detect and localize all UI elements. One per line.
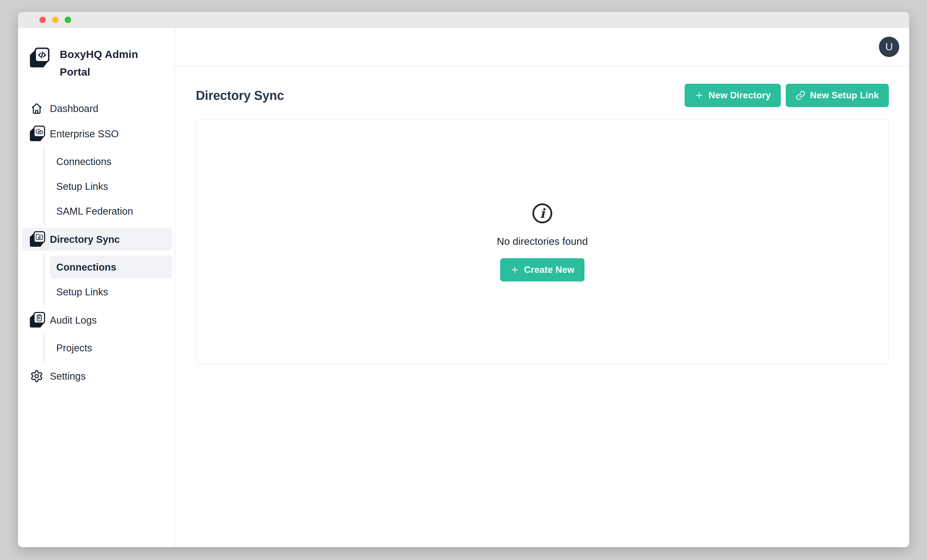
create-new-button[interactable]: Create New — [500, 258, 585, 281]
boxyhq-logo-icon — [27, 47, 50, 68]
main-area: U Directory Sync New Directory — [175, 28, 909, 547]
sidebar-subitem-sso-setup-links[interactable]: Setup Links — [50, 175, 172, 198]
new-setup-link-label: New Setup Link — [810, 90, 879, 100]
enterprise-sso-keycap-icon — [28, 125, 46, 142]
empty-state-message: No directories found — [497, 236, 588, 247]
directory-sync-keycap-icon — [28, 231, 46, 248]
enterprise-sso-subgroup: Connections Setup Links SAML Federation — [43, 148, 172, 225]
sidebar: BoxyHQ Admin Portal Dashboard — [18, 28, 175, 547]
sidebar-item-directory-sync[interactable]: Directory Sync — [22, 228, 172, 251]
page-actions: New Directory New Setup Link — [685, 84, 889, 107]
directory-sync-subgroup: Connections Setup Links — [43, 253, 172, 306]
sidebar-item-label: Dashboard — [50, 103, 99, 114]
directories-empty-card: i No directories found Create New — [196, 119, 889, 364]
sidebar-subitem-dsync-connections[interactable]: Connections — [50, 256, 172, 279]
gear-icon — [28, 369, 46, 383]
sidebar-subitem-label: Setup Links — [56, 181, 108, 192]
sidebar-item-settings[interactable]: Settings — [22, 365, 172, 387]
home-icon — [28, 102, 46, 115]
new-directory-label: New Directory — [708, 90, 770, 100]
new-setup-link-button[interactable]: New Setup Link — [786, 84, 889, 107]
sidebar-subitem-saml-federation[interactable]: SAML Federation — [50, 200, 172, 223]
app-window: BoxyHQ Admin Portal Dashboard — [18, 12, 909, 547]
brand: BoxyHQ Admin Portal — [22, 46, 172, 81]
sidebar-item-dashboard[interactable]: Dashboard — [22, 97, 172, 120]
sidebar-subitem-label: Projects — [56, 343, 92, 354]
sidebar-subitem-label: Connections — [56, 156, 111, 167]
brand-title: BoxyHQ Admin Portal — [60, 46, 141, 81]
top-header: U — [175, 28, 909, 66]
info-icon: i — [532, 202, 553, 224]
app-body: BoxyHQ Admin Portal Dashboard — [18, 28, 909, 547]
sidebar-item-enterprise-sso[interactable]: Enterprise SSO — [22, 122, 172, 145]
window-titlebar — [18, 12, 909, 28]
sidebar-subitem-projects[interactable]: Projects — [50, 337, 172, 359]
window-minimize-button[interactable] — [52, 17, 58, 23]
user-avatar[interactable]: U — [879, 37, 899, 57]
page-header: Directory Sync New Directory — [196, 83, 889, 107]
sidebar-subitem-label: SAML Federation — [56, 206, 133, 217]
sidebar-item-audit-logs[interactable]: Audit Logs — [22, 309, 172, 332]
desktop: { "window": { "traffic_lights": { "close… — [0, 0, 927, 560]
audit-logs-subgroup: Projects — [43, 334, 172, 362]
new-directory-button[interactable]: New Directory — [685, 84, 781, 107]
sidebar-subitem-sso-connections[interactable]: Connections — [50, 150, 172, 173]
plus-icon — [694, 91, 704, 100]
audit-logs-keycap-icon — [28, 312, 46, 329]
svg-text:i: i — [540, 206, 546, 221]
sidebar-item-label: Settings — [50, 371, 86, 382]
sidebar-subitem-label: Connections — [56, 262, 116, 273]
window-zoom-button[interactable] — [65, 17, 71, 23]
page-title: Directory Sync — [196, 88, 284, 103]
sidebar-item-label: Audit Logs — [50, 315, 97, 326]
sidebar-subitem-dsync-setup-links[interactable]: Setup Links — [50, 281, 172, 303]
sidebar-subitem-label: Setup Links — [56, 287, 108, 297]
empty-state: i No directories found Create New — [497, 202, 588, 281]
window-close-button[interactable] — [40, 17, 46, 23]
plus-icon — [510, 265, 520, 275]
create-new-label: Create New — [524, 265, 574, 275]
page-content: Directory Sync New Directory — [175, 66, 909, 364]
sidebar-item-label: Enterprise SSO — [50, 128, 119, 140]
link-icon — [796, 90, 805, 100]
sidebar-item-label: Directory Sync — [50, 234, 120, 245]
sidebar-nav: Dashboard — [22, 97, 172, 387]
